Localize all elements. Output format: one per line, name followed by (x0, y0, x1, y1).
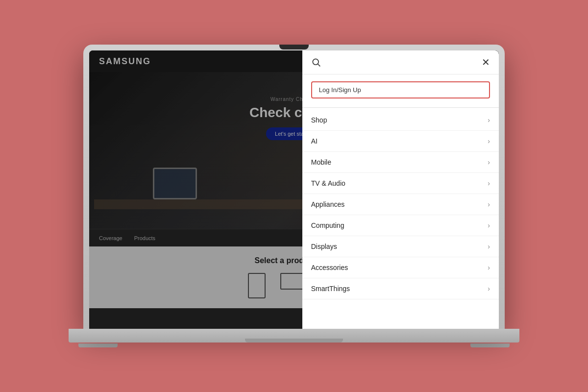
menu-item-label: AI (311, 137, 318, 145)
menu-list: Shop›AI›Mobile›TV & Audio›Appliances›Com… (302, 110, 499, 329)
chevron-right-icon: › (488, 179, 490, 187)
left-foot (78, 343, 118, 347)
laptop-body: SAMSUNG Warranty Checker (83, 45, 505, 329)
menu-item-tv-and-audio[interactable]: TV & Audio› (302, 173, 499, 194)
menu-item-label: Accessories (311, 264, 348, 271)
menu-item-smartthings[interactable]: SmartThings› (302, 278, 499, 299)
menu-item-appliances[interactable]: Appliances› (302, 194, 499, 215)
chevron-right-icon: › (488, 285, 490, 293)
menu-item-label: Shop (311, 116, 327, 124)
screen-content: SAMSUNG Warranty Checker (89, 50, 499, 329)
panel-header: ✕ (302, 50, 499, 74)
bg-dim-overlay (89, 50, 302, 329)
chevron-right-icon: › (488, 200, 490, 208)
search-icon-wrap[interactable] (311, 57, 321, 67)
laptop-feet (69, 343, 519, 347)
chevron-right-icon: › (488, 137, 490, 145)
chevron-right-icon: › (488, 243, 490, 250)
menu-item-displays[interactable]: Displays› (302, 236, 499, 257)
close-button[interactable]: ✕ (482, 57, 490, 67)
laptop-notch (279, 45, 309, 49)
search-icon (311, 57, 321, 67)
menu-item-label: TV & Audio (311, 179, 345, 187)
menu-item-label: Mobile (311, 158, 331, 166)
chevron-right-icon: › (488, 221, 490, 229)
laptop-base (69, 329, 519, 343)
laptop-base-inner (245, 339, 343, 343)
overlay-panel: ✕ Log In/Sign Up Shop›AI›Mobile›TV & Aud… (302, 50, 499, 329)
login-signup-button[interactable]: Log In/Sign Up (311, 81, 490, 98)
svg-line-1 (318, 64, 320, 67)
chevron-right-icon: › (488, 116, 490, 124)
menu-item-accessories[interactable]: Accessories› (302, 257, 499, 278)
chevron-right-icon: › (488, 264, 490, 271)
menu-item-label: SmartThings (311, 285, 350, 293)
menu-item-label: Displays (311, 243, 337, 250)
menu-item-label: Computing (311, 221, 344, 229)
chevron-right-icon: › (488, 158, 490, 166)
svg-point-0 (313, 59, 318, 65)
menu-item-label: Appliances (311, 200, 345, 208)
laptop-screen-bezel: SAMSUNG Warranty Checker (89, 50, 499, 329)
menu-item-shop[interactable]: Shop› (302, 110, 499, 131)
right-foot (470, 343, 510, 347)
menu-item-mobile[interactable]: Mobile› (302, 152, 499, 173)
samsung-website-bg: SAMSUNG Warranty Checker (89, 50, 499, 329)
menu-item-ai[interactable]: AI› (302, 131, 499, 152)
menu-divider (302, 107, 499, 108)
menu-item-computing[interactable]: Computing› (302, 215, 499, 236)
